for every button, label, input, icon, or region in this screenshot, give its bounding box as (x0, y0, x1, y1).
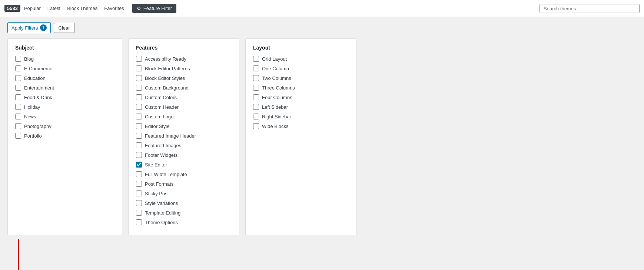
checkbox-two-columns-input[interactable] (253, 75, 259, 81)
checkbox-four-columns-input[interactable] (253, 94, 259, 100)
checkbox-food-label[interactable]: Food & Drink (24, 95, 52, 100)
checkbox-site-editor-input[interactable] (136, 162, 142, 168)
checkbox-site-editor-label[interactable]: Site Editor (145, 162, 167, 168)
nav-link-favorites[interactable]: Favorites (104, 6, 124, 11)
checkbox-ecommerce-input[interactable] (15, 65, 21, 71)
checkbox-featured-images-input[interactable] (136, 142, 142, 148)
checkbox-wide-blocks-label[interactable]: Wide Blocks (262, 124, 289, 129)
checkbox-theme-options-input[interactable] (136, 219, 142, 225)
checkbox-post-formats-input[interactable] (136, 181, 142, 187)
checkbox-block-styles-input[interactable] (136, 75, 142, 81)
checkbox-wide-blocks-input[interactable] (253, 123, 259, 129)
checkbox-three-columns-label[interactable]: Three Columns (262, 85, 295, 91)
nav-link-block-themes[interactable]: Block Themes (67, 6, 97, 11)
checkbox-holiday: Holiday (15, 104, 114, 110)
checkbox-portfolio-label[interactable]: Portfolio (24, 133, 42, 139)
red-arrow-container (7, 239, 30, 270)
checkbox-template-editing: Template Editing (136, 210, 232, 216)
checkbox-right-sidebar-input[interactable] (253, 114, 259, 119)
nav-link-latest[interactable]: Latest (47, 6, 60, 11)
checkbox-featured-images-label[interactable]: Featured Images (145, 143, 181, 148)
checkbox-left-sidebar-label[interactable]: Left Sidebar (262, 104, 288, 110)
checkbox-custom-logo-input[interactable] (136, 114, 142, 119)
checkbox-wide-blocks: Wide Blocks (253, 123, 349, 129)
checkbox-blog-label[interactable]: Blog (24, 56, 34, 62)
checkbox-full-width-label[interactable]: Full Width Template (145, 172, 187, 177)
checkbox-editor-style: Editor Style (136, 123, 232, 129)
checkbox-theme-options-label[interactable]: Theme Options (145, 220, 178, 225)
checkbox-portfolio-input[interactable] (15, 133, 21, 139)
checkbox-custom-colors-label[interactable]: Custom Colors (145, 95, 177, 100)
checkbox-education: Education (15, 75, 114, 81)
checkbox-custom-bg-input[interactable] (136, 85, 142, 91)
search-box (540, 4, 640, 13)
checkbox-grid-layout-input[interactable] (253, 56, 259, 62)
checkbox-style-variations-label[interactable]: Style Variations (145, 200, 178, 206)
nav-link-popular[interactable]: Popular (24, 6, 41, 11)
checkbox-right-sidebar-label[interactable]: Right Sidebar (262, 114, 291, 119)
checkbox-editor-style-input[interactable] (136, 123, 142, 129)
checkbox-portfolio: Portfolio (15, 133, 114, 139)
checkbox-featured-image-header-input[interactable] (136, 133, 142, 139)
checkbox-ecommerce-label[interactable]: E-Commerce (24, 66, 53, 71)
checkbox-four-columns-label[interactable]: Four Columns (262, 95, 292, 100)
checkbox-news-label[interactable]: News (24, 114, 36, 119)
checkbox-left-sidebar-input[interactable] (253, 104, 259, 110)
feature-filter-button[interactable]: ⚙ Feature Filter (132, 4, 176, 13)
checkbox-custom-colors-input[interactable] (136, 94, 142, 100)
checkbox-accessibility-label[interactable]: Accessibility Ready (145, 56, 186, 62)
checkbox-custom-logo-label[interactable]: Custom Logo (145, 114, 173, 119)
checkbox-post-formats-label[interactable]: Post Formats (145, 181, 173, 187)
checkbox-entertainment-input[interactable] (15, 85, 21, 91)
checkbox-three-columns-input[interactable] (253, 85, 259, 91)
arrow-area (0, 239, 644, 270)
checkbox-one-column-label[interactable]: One Column (262, 66, 289, 71)
checkbox-template-editing-label[interactable]: Template Editing (145, 210, 180, 216)
checkbox-grid-layout: Grid Layout (253, 56, 349, 62)
checkbox-site-editor: Site Editor (136, 162, 232, 168)
checkbox-food-input[interactable] (15, 94, 21, 100)
checkbox-education-label[interactable]: Education (24, 75, 46, 81)
theme-count-badge: 5583 (4, 5, 20, 12)
features-panel-title: Features (136, 45, 232, 51)
checkbox-entertainment-label[interactable]: Entertainment (24, 85, 54, 91)
checkbox-education-input[interactable] (15, 75, 21, 81)
checkbox-footer-widgets-input[interactable] (136, 152, 142, 158)
checkbox-custom-header-label[interactable]: Custom Header (145, 104, 179, 110)
checkbox-one-column-input[interactable] (253, 65, 259, 71)
checkbox-block-patterns-input[interactable] (136, 65, 142, 71)
checkbox-news-input[interactable] (15, 114, 21, 119)
checkbox-sticky-post-input[interactable] (136, 190, 142, 196)
arrow-shaft (18, 239, 19, 270)
clear-button-top[interactable]: Clear (54, 23, 75, 33)
checkbox-editor-style-label[interactable]: Editor Style (145, 124, 169, 129)
checkbox-accessibility-input[interactable] (136, 56, 142, 62)
checkbox-featured-image-header-label[interactable]: Featured Image Header (145, 133, 196, 139)
search-input[interactable] (540, 4, 640, 13)
apply-filters-button-top[interactable]: Apply Filters 1 (7, 22, 51, 33)
checkbox-custom-colors: Custom Colors (136, 94, 232, 100)
checkbox-template-editing-input[interactable] (136, 210, 142, 216)
checkbox-blog-input[interactable] (15, 56, 21, 62)
checkbox-grid-layout-label[interactable]: Grid Layout (262, 56, 287, 62)
checkbox-style-variations-input[interactable] (136, 200, 142, 206)
checkbox-one-column: One Column (253, 65, 349, 71)
checkbox-theme-options: Theme Options (136, 219, 232, 225)
checkbox-two-columns-label[interactable]: Two Columns (262, 75, 291, 81)
checkbox-block-patterns-label[interactable]: Block Editor Patterns (145, 66, 190, 71)
checkbox-sticky-post-label[interactable]: Sticky Post (145, 191, 169, 196)
checkbox-ecommerce: E-Commerce (15, 65, 114, 71)
checkbox-entertainment: Entertainment (15, 85, 114, 91)
checkbox-holiday-label[interactable]: Holiday (24, 104, 40, 110)
checkbox-block-styles: Block Editor Styles (136, 75, 232, 81)
checkbox-footer-widgets-label[interactable]: Footer Widgets (145, 152, 177, 158)
checkbox-accessibility: Accessibility Ready (136, 56, 232, 62)
checkbox-food: Food & Drink (15, 94, 114, 100)
checkbox-photography-input[interactable] (15, 123, 21, 129)
checkbox-photography-label[interactable]: Photography (24, 124, 52, 129)
checkbox-custom-header-input[interactable] (136, 104, 142, 110)
checkbox-block-styles-label[interactable]: Block Editor Styles (145, 75, 185, 81)
checkbox-holiday-input[interactable] (15, 104, 21, 110)
checkbox-full-width-input[interactable] (136, 171, 142, 177)
checkbox-custom-bg-label[interactable]: Custom Background (145, 85, 189, 91)
